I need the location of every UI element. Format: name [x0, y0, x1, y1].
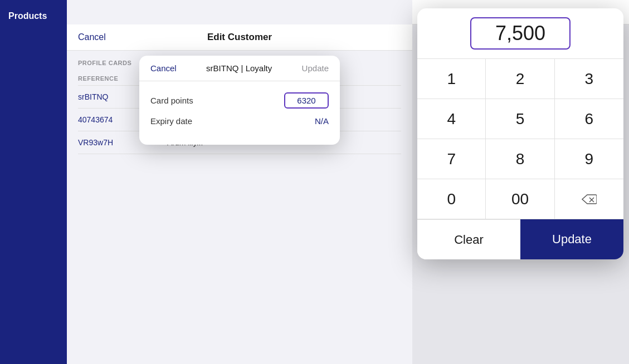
numpad: 7,500 1 2 3 4 5 6 7 8 9 0 00 Clear Updat… — [417, 8, 623, 259]
sidebar: Products — [0, 0, 67, 364]
numpad-key-0[interactable]: 0 — [417, 179, 486, 219]
loyalty-cancel-button[interactable]: Cancel — [150, 63, 177, 73]
expiry-date-label: Expiry date — [150, 116, 192, 126]
numpad-display: 7,500 — [417, 8, 623, 59]
row-ref-1: srBITNQ — [78, 92, 145, 101]
card-points-label: Card points — [150, 96, 193, 105]
numpad-key-7[interactable]: 7 — [417, 139, 486, 179]
numpad-actions: Clear Update — [417, 219, 623, 259]
card-points-value[interactable]: 6320 — [284, 92, 329, 109]
edit-customer-panel: Cancel Edit Customer PROFILE CARDS REFER… — [67, 0, 412, 364]
numpad-update-button[interactable]: Update — [520, 219, 623, 259]
row-ref-3: VR93w7H — [78, 138, 145, 147]
loyalty-modal-header: Cancel srBITNQ | Loyalty Update — [139, 56, 340, 81]
numpad-key-3[interactable]: 3 — [555, 59, 623, 99]
numpad-key-9[interactable]: 9 — [555, 139, 623, 179]
numpad-clear-button[interactable]: Clear — [417, 219, 520, 259]
col-reference-header: REFERENCE — [78, 75, 145, 82]
numpad-current-value: 7,500 — [470, 17, 571, 50]
loyalty-modal: Cancel srBITNQ | Loyalty Update Card poi… — [139, 56, 340, 145]
edit-customer-title: Edit Customer — [207, 32, 272, 43]
numpad-key-4[interactable]: 4 — [417, 99, 486, 139]
edit-customer-cancel-button[interactable]: Cancel — [78, 32, 106, 42]
edit-customer-header: Cancel Edit Customer — [67, 24, 412, 51]
loyalty-modal-body: Card points 6320 Expiry date N/A — [139, 81, 340, 145]
card-points-row: Card points 6320 — [150, 92, 329, 109]
row-ref-2: 40743674 — [78, 115, 145, 124]
numpad-key-2[interactable]: 2 — [486, 59, 554, 99]
numpad-backspace-button[interactable] — [555, 179, 623, 219]
numpad-keys: 1 2 3 4 5 6 7 8 9 0 00 — [417, 59, 623, 219]
numpad-key-00[interactable]: 00 — [486, 179, 554, 219]
loyalty-modal-title: srBITNQ | Loyalty — [206, 63, 272, 73]
sidebar-products-label: Products — [8, 11, 47, 21]
numpad-key-5[interactable]: 5 — [486, 99, 554, 139]
numpad-key-1[interactable]: 1 — [417, 59, 486, 99]
numpad-key-6[interactable]: 6 — [555, 99, 623, 139]
expiry-date-value: N/A — [315, 116, 329, 126]
expiry-date-row: Expiry date N/A — [150, 116, 329, 126]
numpad-key-8[interactable]: 8 — [486, 139, 554, 179]
loyalty-update-button[interactable]: Update — [302, 63, 329, 73]
